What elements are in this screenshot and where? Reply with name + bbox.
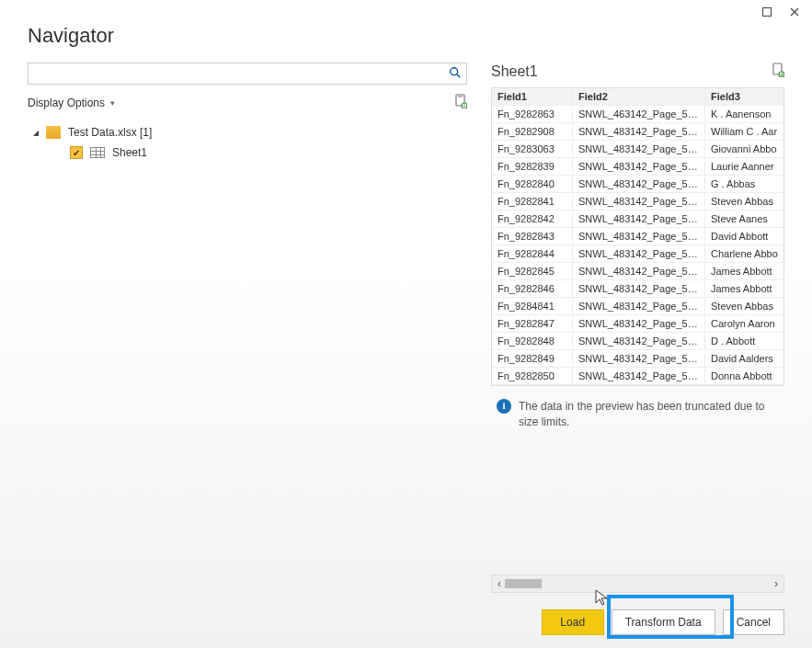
transform-data-button[interactable]: Transform Data xyxy=(612,609,715,635)
table-row[interactable]: Fn_9284841SNWL_483142_Page_5658Steven Ab… xyxy=(492,298,783,315)
table-cell: Fn_9282840 xyxy=(492,176,573,192)
svg-rect-0 xyxy=(763,8,772,17)
table-row[interactable]: Fn_9282848SNWL_483142_Page_5659D . Abbot… xyxy=(492,333,783,350)
column-header[interactable]: Field2 xyxy=(573,88,705,105)
table-row[interactable]: Fn_9282843SNWL_483142_Page_5658David Abb… xyxy=(492,228,783,245)
maximize-icon[interactable] xyxy=(761,6,773,18)
table-icon xyxy=(90,147,105,158)
table-cell: Laurie Aanner xyxy=(705,158,783,175)
cancel-button[interactable]: Cancel xyxy=(723,609,784,635)
table-cell: K . Aanenson xyxy=(705,106,783,122)
navigator-tree-panel: Display Options ▾ ◢ Test Data.xlsx [1] ✔… xyxy=(28,63,467,593)
load-button[interactable]: Load xyxy=(542,609,604,635)
table-cell: Fn_9282863 xyxy=(492,106,573,122)
table-cell: SNWL_483142_Page_5658 xyxy=(573,245,705,262)
search-input[interactable] xyxy=(28,63,467,85)
table-cell: SNWL_483142_Page_5658 xyxy=(573,176,705,192)
svg-line-4 xyxy=(457,74,461,78)
tree-sheet-node[interactable]: ✔ Sheet1 xyxy=(28,142,467,163)
table-cell: D . Abbott xyxy=(705,333,783,349)
table-cell: SNWL_483142_Page_5659 xyxy=(573,315,705,332)
table-cell: Fn_9282846 xyxy=(492,280,573,297)
table-cell: Fn_9282841 xyxy=(492,193,573,210)
table-row[interactable]: Fn_9282839SNWL_483142_Page_5658Laurie Aa… xyxy=(492,158,783,176)
truncation-text: The data in the preview has been truncat… xyxy=(519,399,779,430)
display-options-label: Display Options xyxy=(28,97,105,109)
table-cell: SNWL_483142_Page_5567 xyxy=(573,123,705,140)
table-cell: Fn_9282839 xyxy=(492,158,573,175)
table-cell: SNWL_483142_Page_5658 xyxy=(573,210,705,227)
table-cell: Fn_9282908 xyxy=(492,123,573,140)
table-cell: SNWL_463142_Page_5661 xyxy=(573,106,705,122)
table-cell: SNWL_483142_Page_5659 xyxy=(573,350,705,367)
table-cell: SNWL_483142_Page_5658 xyxy=(573,298,705,314)
table-row[interactable]: Fn_9282847SNWL_483142_Page_5659Carolyn A… xyxy=(492,315,783,333)
table-row[interactable]: Fn_9282849SNWL_483142_Page_5659David Aal… xyxy=(492,350,783,368)
table-row[interactable]: Fn_9282841SNWL_483142_Page_5658Steven Ab… xyxy=(492,193,783,210)
horizontal-scrollbar[interactable]: ‹ › xyxy=(491,574,784,593)
table-cell: SNWL_483142_Page_5658 xyxy=(573,158,705,175)
chevron-down-icon: ▾ xyxy=(110,98,115,108)
dialog-title: Navigator xyxy=(28,24,114,48)
tree-sheet-label: Sheet1 xyxy=(112,146,147,159)
tree-file-label: Test Data.xlsx [1] xyxy=(68,126,152,139)
table-row[interactable]: Fn_9282840SNWL_483142_Page_5658G . Abbas xyxy=(492,176,783,193)
scroll-thumb[interactable] xyxy=(505,579,542,588)
table-row[interactable]: Fn_9282850SNWL_483142_Page_5659Donna Abb… xyxy=(492,368,783,385)
table-row[interactable]: Fn_9282842SNWL_483142_Page_5658Steve Aan… xyxy=(492,210,783,228)
truncation-info: i The data in the preview has been trunc… xyxy=(491,399,784,430)
preview-title: Sheet1 xyxy=(491,63,538,80)
folder-icon xyxy=(46,126,61,139)
info-icon: i xyxy=(497,399,511,414)
svg-point-8 xyxy=(779,72,784,77)
table-row[interactable]: Fn_9282845SNWL_483142_Page_5658James Abb… xyxy=(492,263,783,280)
table-cell: Fn_9284841 xyxy=(492,298,573,314)
table-cell: SNWL_483142_Page_5658 xyxy=(573,228,705,244)
table-cell: Donna Abbott xyxy=(705,368,783,384)
table-cell: G . Abbas xyxy=(705,176,783,192)
table-cell: SNWL_483142_Page_5659 xyxy=(573,333,705,349)
table-cell: SNWL_483142_Page_5658 xyxy=(573,280,705,297)
search-icon[interactable] xyxy=(449,66,462,82)
table-cell: Fn_9282848 xyxy=(492,333,573,349)
table-cell: SNWL_483142_Page_5659 xyxy=(573,368,705,384)
table-header-row: Field1Field2Field3 xyxy=(492,88,783,106)
table-cell: Fn_9283063 xyxy=(492,141,573,157)
table-cell: James Abbott xyxy=(705,280,783,297)
table-cell: Fn_9282847 xyxy=(492,315,573,332)
scroll-right-icon[interactable]: › xyxy=(774,577,778,590)
display-options-dropdown[interactable]: Display Options ▾ xyxy=(28,97,115,109)
column-header[interactable]: Field3 xyxy=(705,88,783,105)
table-cell: Fn_9282844 xyxy=(492,245,573,262)
table-cell: Steve Aanes xyxy=(705,210,783,227)
table-row[interactable]: Fn_9283063SNWL_483142_Page_5588Giovanni … xyxy=(492,141,783,158)
svg-point-3 xyxy=(451,68,458,75)
table-cell: Fn_9282842 xyxy=(492,210,573,227)
close-icon[interactable] xyxy=(788,6,801,18)
table-row[interactable]: Fn_9282846SNWL_483142_Page_5658James Abb… xyxy=(492,280,783,298)
scroll-left-icon[interactable]: ‹ xyxy=(497,577,501,590)
table-cell: Giovanni Abbo xyxy=(705,141,783,157)
table-cell: David Aalders xyxy=(705,350,783,367)
table-cell: Steven Abbas xyxy=(705,298,783,314)
column-header[interactable]: Field1 xyxy=(492,88,573,105)
preview-panel: Sheet1 Field1Field2Field3Fn_9282863SNWL_… xyxy=(491,63,784,593)
table-row[interactable]: Fn_9282908SNWL_483142_Page_5567William C… xyxy=(492,123,783,141)
cursor-icon xyxy=(594,588,611,607)
table-cell: Fn_9282850 xyxy=(492,368,573,384)
table-cell: Fn_9282845 xyxy=(492,263,573,279)
table-cell: Fn_9282843 xyxy=(492,228,573,244)
table-cell: Steven Abbas xyxy=(705,193,783,210)
table-cell: Charlene Abbo xyxy=(705,245,783,262)
table-cell: SNWL_483142_Page_5588 xyxy=(573,141,705,157)
refresh-icon[interactable] xyxy=(454,94,467,111)
table-cell: Fn_9282849 xyxy=(492,350,573,367)
preview-refresh-icon[interactable] xyxy=(772,63,784,80)
table-cell: David Abbott xyxy=(705,228,783,244)
table-row[interactable]: Fn_9282844SNWL_483142_Page_5658Charlene … xyxy=(492,245,783,263)
table-row[interactable]: Fn_9282863SNWL_463142_Page_5661K . Aanen… xyxy=(492,106,783,123)
table-cell: William C . Aar xyxy=(705,123,783,140)
tree-file-node[interactable]: ◢ Test Data.xlsx [1] xyxy=(28,122,467,142)
sheet-checkbox[interactable]: ✔ xyxy=(70,146,83,159)
table-cell: Carolyn Aaron xyxy=(705,315,783,332)
